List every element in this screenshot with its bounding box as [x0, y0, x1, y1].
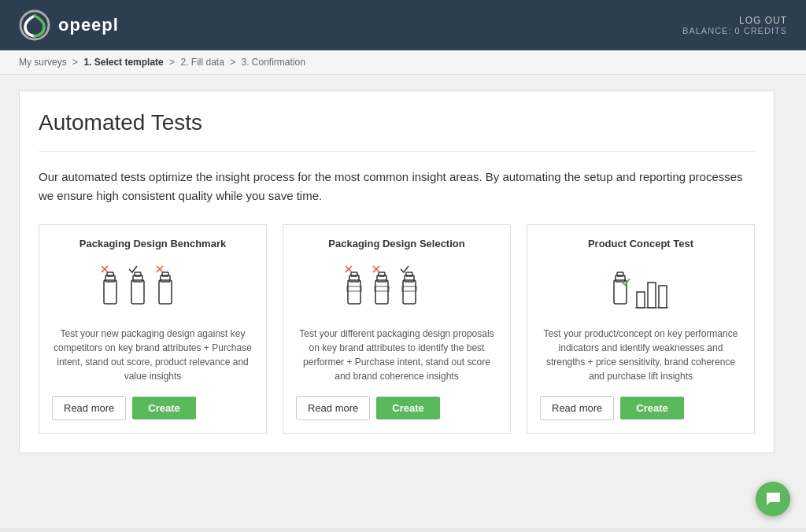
svg-rect-26: [403, 280, 416, 304]
card-2-actions: Read more Create: [296, 396, 497, 420]
svg-rect-3: [107, 272, 113, 276]
svg-rect-23: [375, 286, 389, 291]
balance-display: BALANCE: 0 CREDITS: [682, 26, 787, 35]
breadcrumb-step3[interactable]: 3. Confirmation: [242, 57, 305, 68]
svg-rect-35: [659, 286, 667, 308]
card-1-title: Packaging Design Benchmark: [52, 238, 253, 249]
card-2-create-button[interactable]: Create: [376, 397, 439, 419]
card-3-image: [540, 260, 741, 316]
svg-rect-34: [648, 283, 656, 308]
svg-rect-20: [375, 280, 388, 304]
intro-text: Our automated tests optimize the insight…: [39, 151, 755, 205]
benchmark-bottles-svg: [90, 260, 216, 316]
card-3-actions: Read more Create: [540, 396, 741, 420]
card-2-title: Packaging Design Selection: [296, 238, 497, 249]
card-3-create-button[interactable]: Create: [620, 397, 683, 419]
selection-bottles-svg: [334, 260, 460, 316]
footer: Opeepl ApS Njalsgade 21, 7. floor 2300 C…: [0, 528, 806, 532]
svg-rect-6: [131, 280, 144, 304]
page-title: Automated Tests: [39, 110, 755, 135]
svg-rect-9: [159, 280, 172, 304]
svg-rect-1: [104, 280, 116, 304]
breadcrumb-my-surveys[interactable]: My surveys: [19, 57, 67, 68]
card-1-read-more-button[interactable]: Read more: [52, 396, 126, 420]
svg-rect-22: [379, 272, 385, 276]
main-content: Automated Tests Our automated tests opti…: [0, 75, 806, 528]
card-3-read-more-button[interactable]: Read more: [540, 396, 614, 420]
concept-product-svg: [586, 260, 696, 316]
breadcrumb-sep-3: >: [230, 57, 238, 68]
svg-rect-17: [347, 286, 361, 291]
card-2-image: [296, 260, 497, 316]
chat-icon: [764, 490, 782, 508]
card-2-description: Test your different packaging design pro…: [296, 327, 497, 383]
logo-text: opeepl: [58, 15, 119, 35]
card-packaging-benchmark: Packaging Design Benchmark: [39, 224, 267, 434]
cards-grid: Packaging Design Benchmark: [39, 224, 755, 434]
svg-rect-11: [162, 272, 168, 276]
card-2-read-more-button[interactable]: Read more: [296, 396, 370, 420]
logout-button[interactable]: LOG OUT: [682, 15, 787, 26]
svg-rect-8: [135, 272, 141, 276]
header-right: LOG OUT BALANCE: 0 CREDITS: [682, 15, 787, 35]
breadcrumb-step2[interactable]: 2. Fill data: [180, 57, 224, 68]
svg-rect-16: [351, 272, 357, 276]
card-product-concept: Product Concept Test: [527, 224, 755, 434]
svg-rect-32: [617, 272, 623, 276]
svg-rect-14: [348, 280, 360, 304]
breadcrumb-sep-1: >: [72, 57, 80, 68]
svg-rect-29: [402, 286, 416, 291]
page-container: Automated Tests Our automated tests opti…: [19, 91, 775, 453]
card-3-description: Test your product/concept on key perform…: [540, 327, 741, 383]
card-3-title: Product Concept Test: [540, 238, 741, 249]
card-1-actions: Read more Create: [52, 396, 253, 420]
breadcrumb-step1: 1. Select template: [83, 57, 163, 68]
svg-rect-28: [406, 272, 412, 276]
card-packaging-selection: Packaging Design Selection: [283, 224, 511, 434]
logo-icon: [19, 9, 50, 41]
chat-button[interactable]: [756, 482, 790, 516]
card-1-image: [52, 260, 253, 316]
svg-rect-33: [637, 292, 645, 308]
logo-area: opeepl: [19, 9, 119, 41]
breadcrumb: My surveys > 1. Select template > 2. Fil…: [0, 50, 806, 75]
breadcrumb-sep-2: >: [169, 57, 177, 68]
card-1-description: Test your new packaging design against k…: [52, 327, 253, 383]
header: opeepl LOG OUT BALANCE: 0 CREDITS: [0, 0, 806, 50]
card-1-create-button[interactable]: Create: [132, 397, 195, 419]
